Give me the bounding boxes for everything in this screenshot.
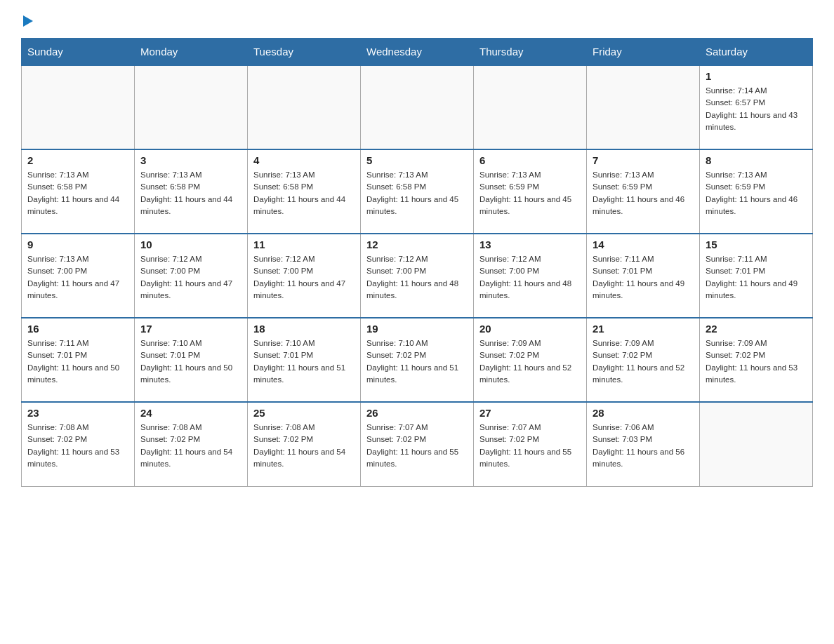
calendar-cell: 13Sunrise: 7:12 AMSunset: 7:00 PMDayligh… [474,234,587,318]
day-number: 26 [366,407,468,419]
day-info: Sunrise: 7:13 AMSunset: 6:58 PMDaylight:… [140,169,241,217]
day-info: Sunrise: 7:12 AMSunset: 7:00 PMDaylight:… [140,253,241,302]
calendar-cell: 23Sunrise: 7:08 AMSunset: 7:02 PMDayligh… [22,402,135,486]
page-header [21,14,813,24]
day-info: Sunrise: 7:08 AMSunset: 7:02 PMDaylight:… [27,422,128,470]
day-info: Sunrise: 7:13 AMSunset: 6:59 PMDaylight:… [593,169,694,217]
logo-triangle-icon [22,14,34,27]
day-info: Sunrise: 7:09 AMSunset: 7:02 PMDaylight:… [479,337,581,386]
day-number: 16 [27,323,128,335]
logo [21,14,34,24]
day-info: Sunrise: 7:09 AMSunset: 7:02 PMDaylight:… [593,337,694,386]
calendar-cell: 5Sunrise: 7:13 AMSunset: 6:58 PMDaylight… [361,149,474,234]
day-info: Sunrise: 7:07 AMSunset: 7:02 PMDaylight:… [366,422,468,470]
calendar-cell: 19Sunrise: 7:10 AMSunset: 7:02 PMDayligh… [361,318,474,402]
calendar-cell: 3Sunrise: 7:13 AMSunset: 6:58 PMDaylight… [135,149,248,234]
day-number: 6 [479,154,581,166]
day-number: 17 [140,323,241,335]
weekday-header-saturday: Saturday [700,39,813,66]
day-info: Sunrise: 7:12 AMSunset: 7:00 PMDaylight:… [366,253,468,302]
day-info: Sunrise: 7:11 AMSunset: 7:01 PMDaylight:… [593,253,694,302]
weekday-header-tuesday: Tuesday [248,39,361,66]
week-row-4: 16Sunrise: 7:11 AMSunset: 7:01 PMDayligh… [22,318,813,402]
day-number: 5 [366,154,468,166]
day-info: Sunrise: 7:09 AMSunset: 7:02 PMDaylight:… [706,337,807,386]
calendar-table: SundayMondayTuesdayWednesdayThursdayFrid… [21,38,813,487]
calendar-cell: 21Sunrise: 7:09 AMSunset: 7:02 PMDayligh… [587,318,700,402]
weekday-header-monday: Monday [135,39,248,66]
day-number: 28 [593,407,694,419]
day-number: 9 [27,239,128,250]
week-row-5: 23Sunrise: 7:08 AMSunset: 7:02 PMDayligh… [22,402,813,486]
calendar-cell [135,65,248,149]
calendar-cell [474,65,587,149]
calendar-cell: 6Sunrise: 7:13 AMSunset: 6:59 PMDaylight… [474,149,587,234]
day-info: Sunrise: 7:13 AMSunset: 6:58 PMDaylight:… [253,169,355,217]
calendar-cell [22,65,135,149]
day-info: Sunrise: 7:11 AMSunset: 7:01 PMDaylight:… [706,253,807,302]
weekday-header-sunday: Sunday [22,39,135,66]
calendar-cell: 12Sunrise: 7:12 AMSunset: 7:00 PMDayligh… [361,234,474,318]
calendar-cell: 18Sunrise: 7:10 AMSunset: 7:01 PMDayligh… [248,318,361,402]
calendar-cell: 22Sunrise: 7:09 AMSunset: 7:02 PMDayligh… [700,318,813,402]
day-number: 3 [140,154,241,166]
day-number: 21 [593,323,694,335]
calendar-cell: 14Sunrise: 7:11 AMSunset: 7:01 PMDayligh… [587,234,700,318]
week-row-1: 1Sunrise: 7:14 AMSunset: 6:57 PMDaylight… [22,65,813,149]
weekday-header-friday: Friday [587,39,700,66]
weekday-header-row: SundayMondayTuesdayWednesdayThursdayFrid… [22,39,813,66]
calendar-cell: 25Sunrise: 7:08 AMSunset: 7:02 PMDayligh… [248,402,361,486]
calendar-cell [361,65,474,149]
day-info: Sunrise: 7:13 AMSunset: 6:59 PMDaylight:… [479,169,581,217]
day-number: 13 [479,239,581,250]
calendar-cell: 7Sunrise: 7:13 AMSunset: 6:59 PMDaylight… [587,149,700,234]
day-info: Sunrise: 7:13 AMSunset: 6:58 PMDaylight:… [27,169,128,217]
day-info: Sunrise: 7:13 AMSunset: 6:58 PMDaylight:… [366,169,468,217]
week-row-3: 9Sunrise: 7:13 AMSunset: 7:00 PMDaylight… [22,234,813,318]
calendar-cell: 10Sunrise: 7:12 AMSunset: 7:00 PMDayligh… [135,234,248,318]
calendar-cell: 17Sunrise: 7:10 AMSunset: 7:01 PMDayligh… [135,318,248,402]
calendar-cell: 15Sunrise: 7:11 AMSunset: 7:01 PMDayligh… [700,234,813,318]
calendar-cell: 20Sunrise: 7:09 AMSunset: 7:02 PMDayligh… [474,318,587,402]
calendar-cell: 11Sunrise: 7:12 AMSunset: 7:00 PMDayligh… [248,234,361,318]
day-info: Sunrise: 7:13 AMSunset: 6:59 PMDaylight:… [706,169,807,217]
day-info: Sunrise: 7:08 AMSunset: 7:02 PMDaylight:… [253,422,355,470]
day-info: Sunrise: 7:07 AMSunset: 7:02 PMDaylight:… [479,422,581,470]
day-number: 25 [253,407,355,419]
weekday-header-thursday: Thursday [474,39,587,66]
day-number: 18 [253,323,355,335]
day-number: 1 [706,70,807,82]
day-info: Sunrise: 7:13 AMSunset: 7:00 PMDaylight:… [27,253,128,302]
calendar-cell: 27Sunrise: 7:07 AMSunset: 7:02 PMDayligh… [474,402,587,486]
weekday-header-wednesday: Wednesday [361,39,474,66]
calendar-cell: 26Sunrise: 7:07 AMSunset: 7:02 PMDayligh… [361,402,474,486]
day-number: 22 [706,323,807,335]
day-info: Sunrise: 7:08 AMSunset: 7:02 PMDaylight:… [140,422,241,470]
day-info: Sunrise: 7:12 AMSunset: 7:00 PMDaylight:… [253,253,355,302]
day-number: 19 [366,323,468,335]
day-number: 27 [479,407,581,419]
calendar-cell: 24Sunrise: 7:08 AMSunset: 7:02 PMDayligh… [135,402,248,486]
svg-marker-0 [23,15,33,27]
calendar-cell [700,402,813,486]
day-number: 11 [253,239,355,250]
day-number: 10 [140,239,241,250]
day-number: 24 [140,407,241,419]
week-row-2: 2Sunrise: 7:13 AMSunset: 6:58 PMDaylight… [22,149,813,234]
day-number: 14 [593,239,694,250]
day-info: Sunrise: 7:10 AMSunset: 7:02 PMDaylight:… [366,337,468,386]
calendar-cell: 4Sunrise: 7:13 AMSunset: 6:58 PMDaylight… [248,149,361,234]
calendar-cell: 8Sunrise: 7:13 AMSunset: 6:59 PMDaylight… [700,149,813,234]
day-info: Sunrise: 7:14 AMSunset: 6:57 PMDaylight:… [706,85,807,133]
calendar-cell: 28Sunrise: 7:06 AMSunset: 7:03 PMDayligh… [587,402,700,486]
calendar-cell: 9Sunrise: 7:13 AMSunset: 7:00 PMDaylight… [22,234,135,318]
day-info: Sunrise: 7:06 AMSunset: 7:03 PMDaylight:… [593,422,694,470]
day-number: 23 [27,407,128,419]
day-info: Sunrise: 7:10 AMSunset: 7:01 PMDaylight:… [253,337,355,386]
day-info: Sunrise: 7:11 AMSunset: 7:01 PMDaylight:… [27,337,128,386]
day-number: 15 [706,239,807,250]
day-number: 7 [593,154,694,166]
calendar-cell [248,65,361,149]
calendar-cell: 1Sunrise: 7:14 AMSunset: 6:57 PMDaylight… [700,65,813,149]
day-info: Sunrise: 7:10 AMSunset: 7:01 PMDaylight:… [140,337,241,386]
